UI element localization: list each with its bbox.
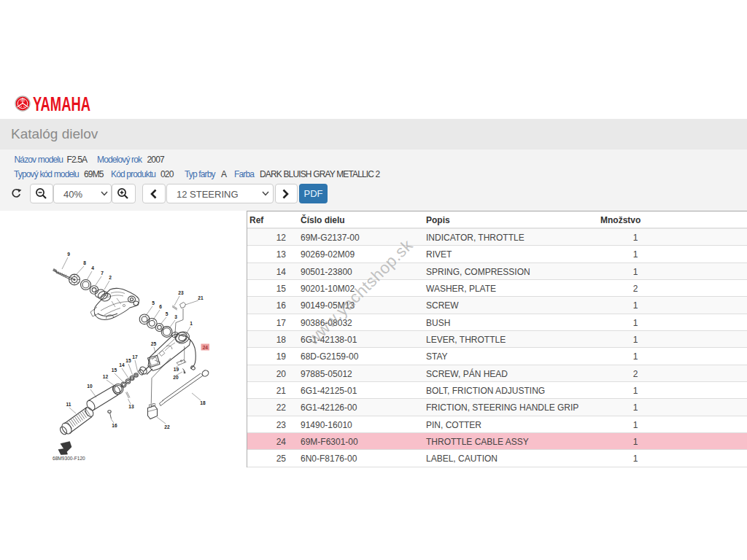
- svg-text:68M9300-F120: 68M9300-F120: [53, 456, 85, 461]
- svg-text:14: 14: [119, 362, 125, 368]
- svg-text:16: 16: [112, 423, 117, 428]
- svg-text:3: 3: [174, 314, 177, 319]
- svg-text:8: 8: [83, 260, 86, 265]
- svg-text:9: 9: [67, 252, 70, 257]
- svg-text:22: 22: [164, 424, 170, 429]
- svg-text:6: 6: [159, 304, 162, 309]
- svg-text:7: 7: [101, 271, 104, 276]
- svg-text:11: 11: [66, 402, 71, 407]
- svg-text:10: 10: [87, 384, 93, 389]
- svg-text:15: 15: [125, 358, 131, 363]
- svg-text:20: 20: [173, 375, 179, 380]
- svg-text:15: 15: [112, 368, 117, 373]
- svg-text:18: 18: [200, 400, 206, 405]
- svg-text:2: 2: [109, 275, 112, 280]
- svg-text:19: 19: [174, 367, 179, 372]
- svg-text:17: 17: [132, 354, 138, 359]
- svg-text:1: 1: [190, 321, 193, 326]
- svg-text:24: 24: [203, 345, 209, 350]
- svg-text:13: 13: [128, 404, 134, 409]
- svg-text:5: 5: [166, 311, 169, 316]
- svg-text:4: 4: [91, 265, 94, 271]
- svg-text:25: 25: [151, 341, 157, 346]
- svg-text:12: 12: [103, 374, 109, 379]
- svg-text:21: 21: [198, 295, 204, 300]
- svg-text:23: 23: [178, 290, 184, 295]
- svg-text:5: 5: [152, 300, 155, 306]
